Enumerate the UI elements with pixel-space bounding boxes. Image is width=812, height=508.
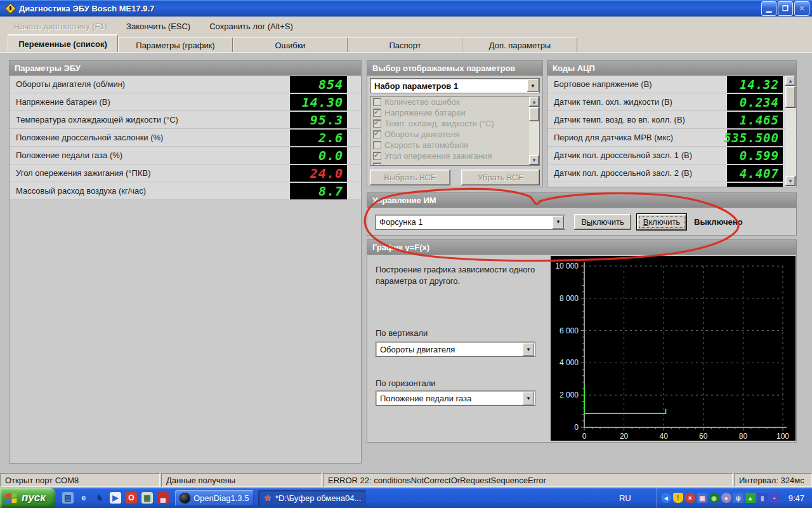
- actuator-control-panel: Управление ИМ Форсунка 1 ▼ Выключить Вкл…: [367, 192, 797, 236]
- checkbox-label: Темп. охлажд. жидкости (°С): [384, 119, 494, 128]
- adc-scrollbar[interactable]: ▲ ▼: [785, 76, 796, 186]
- vertical-axis-label: По вертикали: [376, 328, 428, 338]
- panel-title: График y=F(x): [367, 240, 796, 255]
- tray-collapse-icon[interactable]: ◄: [661, 493, 671, 503]
- horizontal-param-combobox[interactable]: Положение педали газа ▼: [376, 391, 535, 406]
- param-label: Положение дроссельной заслонки (%): [16, 133, 290, 142]
- chevron-down-icon[interactable]: ▼: [553, 216, 564, 229]
- list-scrollbar[interactable]: ▲ ▼: [529, 97, 539, 165]
- actuator-combobox[interactable]: Форсунка 1 ▼: [375, 215, 565, 230]
- battery-icon[interactable]: ▮: [757, 493, 768, 503]
- checkbox-icon: [373, 98, 381, 106]
- param-value-lcd: 0.234: [727, 94, 783, 110]
- chevron-down-icon[interactable]: ▼: [523, 343, 534, 356]
- param-value-lcd: 0.0: [290, 147, 347, 164]
- param-value-lcd: 2.6: [290, 130, 347, 146]
- param-row: Датчик пол. дроссельной засл. 2 (В) 4.40…: [547, 164, 796, 182]
- panel-title: Выбор отображаемых параметров: [367, 61, 542, 76]
- scroll-down-icon[interactable]: ▼: [785, 176, 796, 186]
- param-row: Период для датчика МРВ (мкс) 535.500: [547, 129, 796, 147]
- param-row: Напряжение батареи (В) 14.30: [10, 93, 361, 111]
- clear-all-button: Убрать ВСЕ: [461, 170, 540, 185]
- task-button-opendiag[interactable]: OpenDiag1.3.5: [175, 490, 254, 506]
- floppy-save-icon[interactable]: ▄: [157, 492, 169, 504]
- chevron-down-icon[interactable]: ▼: [527, 79, 539, 92]
- preset-combobox[interactable]: Набор параметров 1 ▼: [370, 78, 540, 93]
- checkbox-label: Обороты двигателя: [384, 130, 459, 139]
- adc-codes-panel: Коды АЦП Бортовое напряжение (В) 14.32 Д…: [547, 60, 797, 187]
- task-button-clipboard[interactable]: ★ *D:\Буфер обмена04...: [258, 490, 366, 506]
- antivirus-off-icon[interactable]: ×: [685, 493, 695, 503]
- param-value-lcd: 854: [290, 76, 347, 93]
- tab-label: Параметры (график): [136, 41, 214, 50]
- wireless-network-icon[interactable]: ▲: [745, 493, 756, 503]
- vertical-param-combobox[interactable]: Обороты двигателя ▼: [376, 342, 535, 357]
- svg-text:6 000: 6 000: [560, 326, 579, 335]
- show-desktop-icon[interactable]: ▤: [62, 492, 74, 504]
- checkbox-icon: [373, 152, 381, 160]
- param-value-lcd: 0.599: [727, 147, 783, 164]
- graph-panel: График y=F(x) Построение графика зависим…: [367, 239, 797, 443]
- media-player-icon[interactable]: ▶: [110, 492, 121, 504]
- param-label: Температура охлаждающей жидкости (°С): [16, 115, 290, 124]
- display-settings-icon[interactable]: ▪: [769, 493, 780, 503]
- menu-item[interactable]: Сохранить лог (Alt+S): [209, 22, 293, 31]
- menu-item[interactable]: Начать диагностику (F1): [14, 22, 107, 31]
- window-title: Диагностика ЭБУ Bosch ME17.9.7: [19, 4, 761, 13]
- menu-item[interactable]: Закончить (ESC): [126, 22, 190, 31]
- adc-rows: Бортовое напряжение (В) 14.32 Датчик тем…: [547, 76, 796, 187]
- language-indicator[interactable]: RU: [619, 493, 631, 503]
- audio-settings-icon[interactable]: ●: [721, 493, 731, 503]
- param-value-lcd: 24.0: [290, 165, 347, 182]
- image-search-icon[interactable]: ▦: [141, 492, 153, 504]
- internet-explorer-icon[interactable]: e: [78, 492, 89, 504]
- task-label: *D:\Буфер обмена04...: [275, 493, 361, 503]
- actuator-value: Форсунка 1: [376, 217, 553, 227]
- tab-label: Ошибки: [275, 41, 305, 50]
- turn-off-button[interactable]: Выключить: [574, 214, 631, 230]
- minimize-button[interactable]: ▁: [761, 1, 776, 16]
- close-button[interactable]: ✕: [794, 1, 809, 16]
- svg-text:60: 60: [699, 432, 708, 441]
- scroll-thumb[interactable]: [785, 86, 796, 108]
- tab[interactable]: Паспорт: [348, 37, 462, 52]
- status-error: ERROR 22: conditionsNotCorrectOrRequestS…: [323, 473, 733, 487]
- scroll-up-icon[interactable]: ▲: [785, 76, 796, 86]
- vertical-param-value: Обороты двигателя: [376, 345, 523, 354]
- select-all-button: Выбрать ВСЕ: [370, 170, 450, 185]
- signal-antenna-icon[interactable]: ψ: [733, 493, 743, 503]
- network-offline-icon[interactable]: ▣: [697, 493, 707, 503]
- scroll-up-icon[interactable]: ▲: [529, 97, 539, 107]
- chevron-down-icon[interactable]: ▼: [523, 392, 534, 404]
- tab-bar: Переменные (список) Параметры (график) О…: [0, 36, 812, 53]
- restore-button[interactable]: ❐: [778, 1, 793, 16]
- status-interval: Интервал: 324мс: [734, 473, 812, 487]
- messenger-icon[interactable]: ♞: [94, 492, 105, 504]
- start-label: пуск: [22, 491, 46, 504]
- scroll-down-icon[interactable]: ▼: [529, 155, 539, 165]
- start-button[interactable]: пуск: [0, 488, 56, 508]
- svg-text:20: 20: [620, 432, 629, 441]
- menu-item-label: Закончить (ESC): [126, 22, 190, 31]
- param-select-panel: Выбор отображаемых параметров Набор пара…: [367, 60, 543, 187]
- ecu-param-rows: Обороты двигателя (об/мин) 854 Напряжени…: [10, 76, 361, 200]
- svg-text:0: 0: [582, 432, 587, 441]
- turn-on-button[interactable]: Включить: [637, 214, 686, 230]
- tab[interactable]: Ошибки: [233, 37, 348, 52]
- browser-red-icon[interactable]: O: [126, 492, 137, 504]
- param-checkbox-item: Угол опережения зажигания: [370, 150, 539, 161]
- tab[interactable]: Доп. параметры: [462, 37, 577, 52]
- tab[interactable]: Параметры (график): [118, 37, 233, 52]
- svg-text:10 000: 10 000: [555, 262, 579, 271]
- param-row: Угол опережения зажигания (°ПКВ) 24.0: [10, 164, 361, 182]
- param-row: Положение дроссельной заслонки (%) 2.6: [10, 129, 361, 147]
- menu-item-label: Начать диагностику (F1): [14, 22, 107, 31]
- tab[interactable]: Переменные (список): [8, 34, 118, 52]
- scroll-thumb[interactable]: [529, 107, 539, 121]
- security-alert-icon[interactable]: !: [673, 493, 683, 503]
- param-label: Угол опережения зажигания (°ПКВ): [16, 168, 290, 178]
- monitor-green-icon[interactable]: ◉: [709, 493, 719, 503]
- param-checkbox-item: Темп. охлажд. жидкости (°С): [370, 118, 539, 129]
- quick-launch: ▤ e ♞ ▶ O ▦ ▄: [62, 492, 169, 504]
- actuator-status-label: Выключено: [694, 217, 743, 227]
